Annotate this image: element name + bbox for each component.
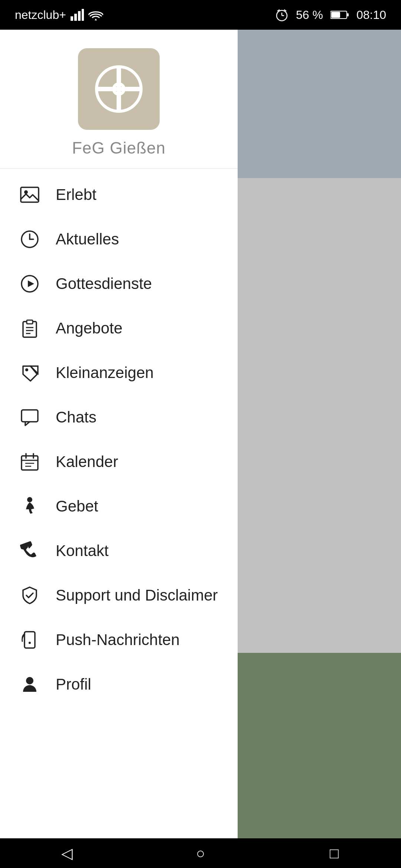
svg-point-40 <box>29 642 31 644</box>
menu-label-gottesdienste: Gottesdienste <box>56 275 152 293</box>
svg-marker-30 <box>30 366 38 374</box>
person-icon <box>19 673 41 696</box>
menu-item-gebet[interactable]: Gebet <box>0 484 238 529</box>
status-bar-left: netzclub+ <box>15 8 103 22</box>
menu-item-profil[interactable]: Profil <box>0 662 238 707</box>
menu-label-aktuelles: Aktuelles <box>56 230 119 248</box>
background-content <box>238 30 401 838</box>
nav-home-button[interactable]: ○ <box>178 838 223 868</box>
carrier-text: netzclub+ <box>15 8 66 22</box>
calendar-icon <box>19 451 41 473</box>
menu-label-kalender: Kalender <box>56 453 118 471</box>
menu-label-erlebt: Erlebt <box>56 186 97 204</box>
menu-item-erlebt[interactable]: Erlebt <box>0 172 238 217</box>
bell-icon <box>19 629 41 651</box>
svg-point-38 <box>27 497 32 502</box>
menu-label-profil: Profil <box>56 675 91 693</box>
svg-marker-28 <box>23 366 37 381</box>
svg-point-29 <box>25 368 28 371</box>
menu-item-kontakt[interactable]: Kontakt <box>0 529 238 573</box>
tag-icon <box>19 362 41 384</box>
nav-back-button[interactable]: ◁ <box>45 838 89 868</box>
menu-item-kleinanzeigen[interactable]: Kleinanzeigen <box>0 351 238 395</box>
wifi-icon <box>88 9 103 21</box>
menu-label-kontakt: Kontakt <box>56 542 108 560</box>
shield-check-icon <box>19 584 41 606</box>
clock-icon <box>19 228 41 250</box>
svg-rect-39 <box>25 632 35 648</box>
menu-item-aktuelles[interactable]: Aktuelles <box>0 217 238 262</box>
pray-icon <box>19 495 41 517</box>
battery-icon <box>330 10 349 20</box>
bg-image-top <box>238 30 401 178</box>
menu-item-support[interactable]: Support und Disclaimer <box>0 573 238 618</box>
menu-item-kalender[interactable]: Kalender <box>0 440 238 484</box>
status-bar: netzclub+ 56 % <box>0 0 401 30</box>
menu-label-support: Support und Disclaimer <box>56 586 218 604</box>
bg-image-bottom <box>238 653 401 838</box>
menu-list: Erlebt Aktuelles Gottesdienste Angebote <box>0 169 238 838</box>
svg-rect-31 <box>22 410 38 422</box>
time-text: 08:10 <box>356 8 386 22</box>
svg-rect-14 <box>97 87 141 91</box>
menu-label-angebote: Angebote <box>56 319 123 337</box>
svg-rect-11 <box>331 12 340 18</box>
svg-point-41 <box>26 677 33 684</box>
nav-bar: ◁ ○ □ <box>0 838 401 868</box>
svg-rect-16 <box>21 187 39 202</box>
menu-item-angebote[interactable]: Angebote <box>0 306 238 351</box>
menu-label-kleinanzeigen: Kleinanzeigen <box>56 364 154 382</box>
svg-rect-0 <box>71 16 73 21</box>
signal-icon <box>71 9 84 21</box>
svg-rect-3 <box>82 9 84 21</box>
menu-label-push: Push-Nachrichten <box>56 631 180 649</box>
alarm-icon <box>275 8 288 22</box>
logo-svg <box>89 59 149 119</box>
menu-item-gottesdienste[interactable]: Gottesdienste <box>0 262 238 306</box>
menu-label-gebet: Gebet <box>56 497 98 515</box>
battery-text: 56 % <box>296 8 323 22</box>
svg-rect-24 <box>27 320 33 324</box>
menu-item-chats[interactable]: Chats <box>0 395 238 440</box>
image-icon <box>19 184 41 206</box>
drawer-menu: FeG Gießen Erlebt Aktuelles Gottesdienst… <box>0 30 238 838</box>
play-circle-icon <box>19 273 41 295</box>
app-logo <box>78 48 160 130</box>
app-title: FeG Gießen <box>72 139 166 157</box>
svg-marker-22 <box>28 280 34 287</box>
menu-label-chats: Chats <box>56 408 97 426</box>
svg-rect-10 <box>347 13 349 16</box>
drawer-header: FeG Gießen <box>0 30 238 169</box>
svg-rect-2 <box>78 11 81 21</box>
nav-recent-button[interactable]: □ <box>312 838 356 868</box>
chat-icon <box>19 406 41 428</box>
phone-icon <box>19 540 41 562</box>
clipboard-icon <box>19 317 41 339</box>
menu-item-push[interactable]: Push-Nachrichten <box>0 618 238 662</box>
status-bar-right: 56 % 08:10 <box>275 8 386 22</box>
svg-rect-1 <box>74 14 77 21</box>
